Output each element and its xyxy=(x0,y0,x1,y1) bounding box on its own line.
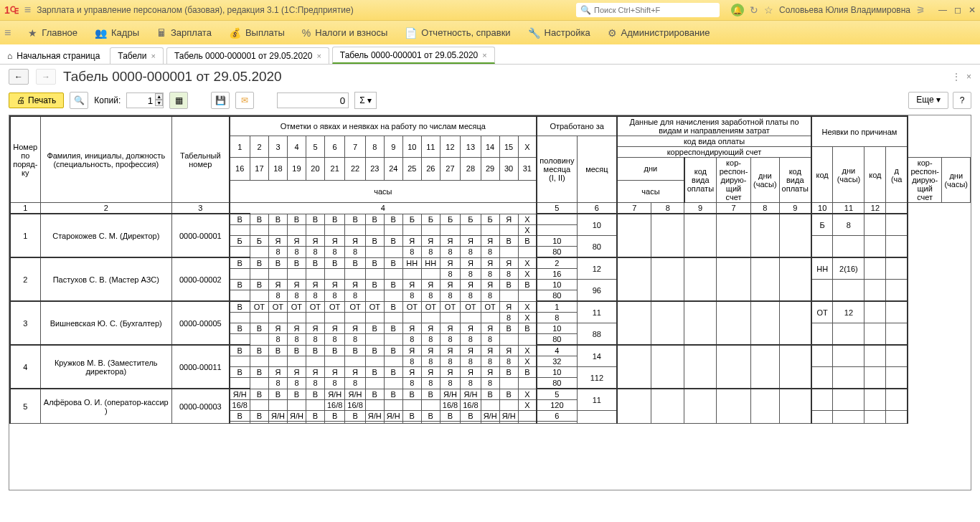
menu-reports[interactable]: 📄Отчетность, справки xyxy=(405,27,510,39)
timesheet-table: Номер по поряд-ку Фамилия, инициалы, дол… xyxy=(9,115,971,424)
star-icon[interactable]: ☆ xyxy=(764,4,773,16)
close-icon[interactable]: × xyxy=(316,52,321,60)
kebab-icon[interactable]: ⋮ xyxy=(952,72,961,82)
wrench-icon: 🔧 xyxy=(528,27,540,39)
home-tab[interactable]: ⌂Начальная страница xyxy=(0,48,107,64)
more-button[interactable]: Еще ▾ xyxy=(908,92,948,109)
percent-icon: % xyxy=(302,27,311,39)
bell-icon[interactable]: 🔔 xyxy=(731,4,744,16)
search-box[interactable]: 🔍 xyxy=(576,3,720,17)
close-page-icon[interactable]: × xyxy=(966,72,971,82)
close-icon[interactable]: × xyxy=(151,52,156,60)
nav-menu-icon[interactable]: ≡ xyxy=(24,4,31,16)
nav-row: ← → Табель 0000-000001 от 29.05.2020 ⋮ × xyxy=(0,65,980,89)
hdr-absences: Неявки по причинам xyxy=(811,116,908,147)
star-filled-icon: ★ xyxy=(28,27,37,39)
money-icon: 💰 xyxy=(229,27,241,39)
printer-icon: 🖨 xyxy=(17,95,25,105)
menu-main[interactable]: ★Главное xyxy=(28,27,77,39)
close-icon[interactable]: × xyxy=(482,51,486,60)
copies-label: Копий: xyxy=(94,95,121,105)
search-input[interactable] xyxy=(594,6,715,14)
hdr-num: Номер по поряд-ку xyxy=(10,116,40,203)
menu-toggle-icon[interactable]: ≡ xyxy=(4,27,11,39)
tab-bar: ⌂Начальная страница Табели× Табель 0000-… xyxy=(0,44,980,65)
timesheet-table-wrap[interactable]: Номер по поряд-ку Фамилия, инициалы, дол… xyxy=(9,115,971,490)
menu-taxes[interactable]: %Налоги и взносы xyxy=(302,27,388,39)
minimize-icon[interactable]: — xyxy=(938,5,947,15)
spin-up[interactable]: ▲ xyxy=(155,93,163,100)
spin-down[interactable]: ▼ xyxy=(155,100,163,106)
hdr-payroll: Данные для начисления заработной платы п… xyxy=(617,116,811,136)
menu-salary[interactable]: 🖩Зарплата xyxy=(156,27,212,39)
filter-icon[interactable]: ⚞ xyxy=(916,4,925,16)
people-icon: 👥 xyxy=(95,27,107,39)
calculator-icon: 🖩 xyxy=(156,27,166,39)
home-icon: ⌂ xyxy=(7,51,12,61)
preview-button[interactable]: 🔍 xyxy=(70,92,88,109)
document-icon: 📄 xyxy=(405,27,417,39)
maximize-icon[interactable]: ◻ xyxy=(954,5,961,15)
sigma-button[interactable]: Σ ▾ xyxy=(354,92,377,109)
menu-payments[interactable]: 💰Выплаты xyxy=(229,27,285,39)
menu-admin[interactable]: ⚙Администрирование xyxy=(608,27,710,39)
toolbar: 🖨Печать 🔍 Копий: ▲▼ ▦ 💾 ✉ Σ ▾ Еще ▾ ? xyxy=(0,89,980,115)
history-icon[interactable]: ↻ xyxy=(750,4,758,16)
sum-input[interactable] xyxy=(277,92,349,108)
tab-tabeli[interactable]: Табели× xyxy=(110,47,164,64)
save-button[interactable]: 💾 xyxy=(211,92,230,109)
print-button[interactable]: 🖨Печать xyxy=(9,92,64,108)
app-title: Зарплата и управление персоналом (базова… xyxy=(37,5,354,15)
main-menu: ≡ ★Главное 👥Кадры 🖩Зарплата 💰Выплаты %На… xyxy=(0,20,980,44)
email-button[interactable]: ✉ xyxy=(235,92,254,109)
gear-icon: ⚙ xyxy=(608,27,617,39)
hdr-marks: Отметки о явках и неявках на работу по ч… xyxy=(230,116,537,136)
menu-hr[interactable]: 👥Кадры xyxy=(95,27,139,39)
close-icon[interactable]: ✕ xyxy=(969,5,976,15)
table-button[interactable]: ▦ xyxy=(169,92,188,109)
hdr-worked: Отработано за xyxy=(537,116,617,136)
tab-tabel-1[interactable]: Табель 0000-000001 от 29.05.2020× xyxy=(166,47,329,64)
search-icon: 🔍 xyxy=(580,5,591,15)
back-button[interactable]: ← xyxy=(9,69,29,85)
username: Соловьева Юлия Владимировна xyxy=(779,5,910,15)
help-button[interactable]: ? xyxy=(953,92,971,109)
hdr-tabnum: Табельный номер xyxy=(172,116,230,203)
title-bar: 1₠ ≡ Зарплата и управление персоналом (б… xyxy=(0,0,980,20)
forward-button[interactable]: → xyxy=(36,69,56,85)
tab-tabel-2[interactable]: Табель 0000-000001 от 29.05.2020× xyxy=(332,47,495,64)
hdr-fio: Фамилия, инициалы, должность (специально… xyxy=(40,116,172,203)
page-title: Табель 0000-000001 от 29.05.2020 xyxy=(63,69,282,85)
logo-1c: 1₠ xyxy=(4,4,19,16)
menu-settings[interactable]: 🔧Настройка xyxy=(528,27,590,39)
